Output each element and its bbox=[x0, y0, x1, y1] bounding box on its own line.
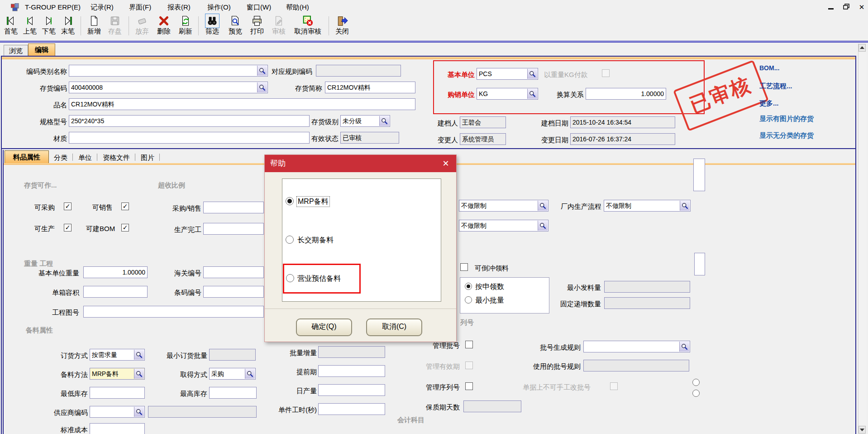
tab-classification[interactable]: 分类 bbox=[51, 153, 71, 163]
toolbar-close-button[interactable]: 关闭 bbox=[332, 15, 352, 36]
tab-edit[interactable]: 编辑 bbox=[28, 43, 55, 56]
scroll-up-button[interactable] bbox=[858, 44, 866, 52]
purchasable-checkbox[interactable] bbox=[64, 203, 72, 210]
toolbar-filter-button[interactable]: 筛选 bbox=[202, 15, 223, 36]
link-show-with-image[interactable]: 显示有图片的存货 bbox=[759, 115, 814, 123]
lookup-icon[interactable] bbox=[257, 66, 267, 76]
vertical-scrollbar[interactable] bbox=[858, 43, 867, 434]
production-ratio-input[interactable] bbox=[203, 223, 264, 235]
tab-item-attributes[interactable]: 料品属性 bbox=[5, 150, 49, 164]
lookup-icon[interactable] bbox=[680, 201, 690, 211]
item-name-input[interactable]: CR12MOV精料 bbox=[69, 98, 415, 110]
customs-code-input[interactable] bbox=[203, 266, 264, 278]
base-unit-input[interactable]: PCS bbox=[477, 68, 538, 80]
menu-operation[interactable]: 操作(O) bbox=[207, 2, 231, 12]
dialog-close-icon[interactable]: ✕ bbox=[440, 155, 452, 172]
menu-tgroup-erp[interactable]: T-GROUP ERP(E) bbox=[25, 2, 81, 12]
spec-input[interactable]: 250*240*35 bbox=[69, 115, 310, 127]
link-show-unclassified[interactable]: 显示无分类的存货 bbox=[759, 131, 814, 140]
item-code-input[interactable]: 400400008 bbox=[69, 82, 268, 93]
link-bom[interactable]: BOM... bbox=[759, 64, 779, 72]
menu-window[interactable]: 窗口(W) bbox=[247, 2, 271, 12]
material-input[interactable] bbox=[69, 132, 310, 144]
unit-hours-label: 单件工时(秒) bbox=[265, 405, 317, 415]
minimize-button[interactable] bbox=[825, 3, 836, 11]
lookup-icon[interactable] bbox=[527, 89, 537, 99]
order-mode-dropdown[interactable]: 按需求量 bbox=[90, 349, 145, 361]
restrict-dropdown-1[interactable]: 不做限制 bbox=[459, 200, 548, 212]
backflush-checkbox[interactable] bbox=[460, 263, 468, 271]
lookup-icon[interactable] bbox=[245, 369, 255, 379]
lookup-icon[interactable] bbox=[527, 69, 537, 79]
toolbar-print-button[interactable]: 打印 bbox=[247, 15, 267, 36]
option-mrp-label[interactable]: MRP备料 bbox=[296, 196, 330, 207]
dialog-ok-button[interactable]: 确定(Q) bbox=[296, 318, 352, 336]
max-stock-input[interactable] bbox=[209, 387, 257, 399]
menu-interface[interactable]: 界面(F) bbox=[129, 2, 151, 12]
drawing-no-input[interactable] bbox=[83, 306, 264, 318]
min-stock-input[interactable] bbox=[90, 387, 145, 399]
toolbar-next-button[interactable]: 下笔 bbox=[40, 15, 58, 36]
link-process-flow[interactable]: 工艺流程... bbox=[759, 82, 792, 91]
section-weight-engineering: 重量 工程 bbox=[24, 260, 53, 268]
toolbar-delete-button[interactable]: 删除 bbox=[154, 15, 174, 36]
daily-output-input[interactable] bbox=[318, 384, 385, 396]
toolbar-first-button[interactable]: 首笔 bbox=[2, 15, 20, 36]
section-accounting: 会计科目 bbox=[397, 416, 424, 424]
link-more[interactable]: 更多... bbox=[759, 99, 779, 108]
menu-report[interactable]: 报表(R) bbox=[167, 2, 191, 12]
tab-qualification[interactable]: 资格文件 bbox=[100, 153, 133, 163]
option-mrp-radio[interactable] bbox=[286, 197, 294, 205]
purchase-sale-ratio-input[interactable] bbox=[203, 202, 264, 213]
barcode-input[interactable] bbox=[203, 286, 264, 298]
restrict-dropdown-2[interactable]: 不做限制 bbox=[459, 220, 548, 231]
lead-time-input[interactable] bbox=[318, 365, 385, 377]
menu-help[interactable]: 帮助(H) bbox=[286, 2, 309, 12]
lookup-icon[interactable] bbox=[134, 369, 144, 379]
by-request-radio[interactable] bbox=[465, 283, 472, 290]
lookup-icon[interactable] bbox=[538, 221, 548, 231]
option-long-lead-radio[interactable] bbox=[286, 236, 294, 244]
lookup-icon[interactable] bbox=[134, 350, 144, 360]
manage-lot-checkbox[interactable] bbox=[465, 341, 473, 348]
toolbar-preview-button[interactable]: 预览 bbox=[225, 15, 245, 36]
close-window-button[interactable]: ✕ bbox=[856, 3, 867, 11]
box-volume-input[interactable] bbox=[83, 286, 148, 298]
producible-checkbox[interactable] bbox=[64, 224, 72, 231]
conversion-input[interactable]: 1.00000 bbox=[586, 88, 666, 100]
lookup-icon[interactable] bbox=[257, 82, 267, 92]
menu-record[interactable]: 记录(R) bbox=[91, 2, 114, 12]
scroll-down-button[interactable] bbox=[858, 426, 866, 434]
toolbar-refresh-button[interactable]: 刷新 bbox=[176, 15, 196, 36]
restore-button[interactable] bbox=[841, 3, 852, 11]
trade-unit-input[interactable]: KG bbox=[477, 88, 538, 100]
factory-flow-dropdown[interactable]: 不做限制 bbox=[604, 200, 691, 212]
option-long-lead-label[interactable]: 长交期备料 bbox=[297, 235, 334, 245]
dialog-cancel-button[interactable]: 取消(C) bbox=[366, 318, 422, 336]
item-short-name-input[interactable]: CR12MOV精料 bbox=[325, 82, 415, 93]
lookup-icon[interactable] bbox=[379, 116, 389, 126]
toolbar-prev-button[interactable]: 上笔 bbox=[21, 15, 39, 36]
supplier-code-dropdown[interactable] bbox=[90, 406, 145, 418]
toolbar-cancel-audit-button[interactable]: 取消审核 bbox=[291, 15, 325, 36]
sellable-checkbox[interactable] bbox=[121, 203, 129, 210]
tab-unit[interactable]: 单位 bbox=[75, 153, 95, 163]
code-category-input[interactable] bbox=[69, 65, 268, 77]
lot-rule-dropdown[interactable] bbox=[583, 341, 690, 352]
toolbar-new-button[interactable]: 新增 bbox=[84, 15, 104, 36]
tab-image[interactable]: 图片 bbox=[138, 153, 157, 163]
bomable-checkbox[interactable] bbox=[121, 224, 129, 231]
lookup-icon[interactable] bbox=[134, 407, 144, 417]
std-cost-input[interactable] bbox=[90, 423, 145, 434]
tab-browse[interactable]: 浏览 bbox=[4, 45, 28, 56]
lookup-icon[interactable] bbox=[538, 201, 548, 211]
min-batch-radio[interactable] bbox=[465, 296, 472, 304]
manage-serial-checkbox[interactable] bbox=[465, 382, 473, 390]
unit-hours-input[interactable] bbox=[318, 403, 385, 415]
item-level-input[interactable]: 未分级 bbox=[340, 115, 390, 127]
lookup-icon[interactable] bbox=[679, 342, 689, 352]
acquire-mode-dropdown[interactable]: 采购 bbox=[209, 368, 256, 380]
toolbar-last-button[interactable]: 末笔 bbox=[59, 15, 77, 36]
prepare-method-dropdown[interactable]: MRP备料 bbox=[90, 368, 145, 380]
base-weight-input[interactable]: 1.00000 bbox=[83, 266, 148, 278]
